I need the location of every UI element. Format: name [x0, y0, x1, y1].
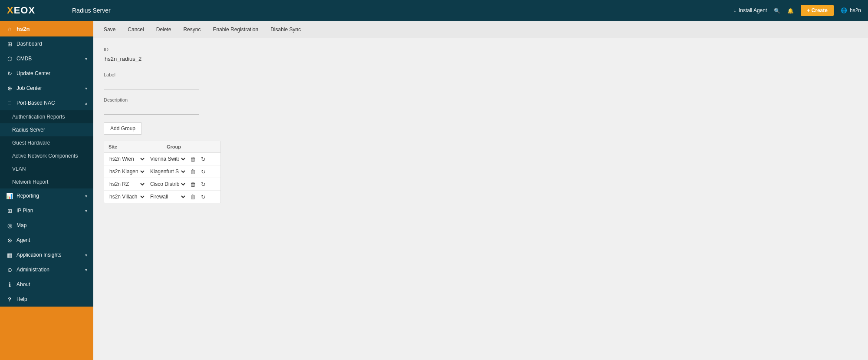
group-select-2[interactable]: Klagenfurt Switches [148, 167, 187, 176]
group-select-1[interactable]: Vienna Switch [148, 155, 187, 163]
refresh-icon: ↻ [201, 181, 206, 188]
sidebar-item-appinsights[interactable]: ▦ Application Insights ▾ [0, 248, 93, 262]
cancel-button[interactable]: Cancel [122, 23, 150, 36]
refresh-row-4-button[interactable]: ↻ [199, 193, 207, 201]
search-button[interactable] [774, 7, 780, 14]
jobcenter-icon: ⊕ [6, 85, 13, 92]
logo: XEOX [7, 5, 63, 16]
refresh-icon: ↻ [201, 156, 206, 162]
sidebar-item-nac[interactable]: □ Port-Based NAC ▴ [0, 96, 93, 110]
save-button[interactable]: Save [98, 23, 122, 36]
home-icon [6, 25, 13, 32]
label-label: Label [104, 72, 858, 77]
org-button[interactable]: hs2n [841, 7, 861, 13]
sidebar-item-reporting[interactable]: 📊 Reporting ▾ [0, 188, 93, 203]
sidebar-label-ipplan: IP Plan [16, 208, 33, 214]
delete-row-3-button[interactable]: 🗑 [188, 180, 197, 188]
sidebar-sub-network-report[interactable]: Network Report [0, 175, 93, 188]
resync-button[interactable]: Resync [177, 23, 207, 36]
group-select-3[interactable]: Cisco Distribution [148, 180, 187, 188]
create-button[interactable]: + Create [801, 5, 834, 16]
enable-registration-button[interactable]: Enable Registration [207, 23, 264, 36]
site-select-1[interactable]: hs2n Wien hs2n Klagenfurt hs2n RZ hs2n V… [107, 155, 146, 163]
delete-row-1-button[interactable]: 🗑 [188, 155, 197, 163]
sidebar-label-appinsights: Application Insights [16, 252, 61, 258]
sidebar-sub-label-auth: Authentication Reports [12, 114, 65, 120]
appinsights-chevron: ▾ [85, 253, 87, 258]
site-select-3[interactable]: hs2n RZ hs2n Wien hs2n Klagenfurt hs2n V… [107, 180, 146, 188]
id-field: ID [104, 47, 858, 64]
delete-row-2-button[interactable]: 🗑 [188, 168, 197, 176]
disable-sync-button[interactable]: Disable Sync [264, 23, 307, 36]
sidebar-item-ipplan[interactable]: ⊞ IP Plan ▾ [0, 203, 93, 218]
site-select-4[interactable]: hs2n Villach hs2n Wien hs2n Klagenfurt h… [107, 192, 146, 201]
table-row: hs2n Wien hs2n Klagenfurt hs2n RZ hs2n V… [104, 153, 220, 165]
notifications-button[interactable] [787, 7, 794, 14]
sidebar-item-agent[interactable]: ⊗ Agent [0, 233, 93, 248]
refresh-icon: ↻ [201, 194, 206, 200]
cmdb-chevron: ▾ [85, 56, 87, 61]
site-column-header: Site [104, 141, 162, 152]
about-icon: ℹ [6, 281, 13, 288]
delete-row-4-button[interactable]: 🗑 [188, 193, 197, 201]
sidebar-label-dashboard: Dashboard [16, 41, 42, 47]
logo-x: X [7, 5, 14, 16]
download-icon [733, 7, 736, 13]
main-content: Save Cancel Delete Resync Enable Registr… [93, 21, 868, 360]
id-label: ID [104, 47, 858, 52]
install-agent-button[interactable]: Install Agent [733, 7, 767, 13]
sidebar-sub-radius-server[interactable]: Radius Server [0, 123, 93, 136]
table-row: hs2n RZ hs2n Wien hs2n Klagenfurt hs2n V… [104, 178, 220, 191]
agent-icon: ⊗ [6, 237, 13, 244]
sidebar-sub-guest-hardware[interactable]: Guest Hardware [0, 136, 93, 149]
toolbar: Save Cancel Delete Resync Enable Registr… [93, 21, 868, 38]
layout: hs2n ⊞ Dashboard ⬡ CMDB ▾ ↻ Update Cente… [0, 21, 868, 360]
site-group-table: Site Group hs2n Wien hs2n Klagenfurt hs2… [104, 141, 221, 203]
delete-button[interactable]: Delete [150, 23, 178, 36]
add-group-button[interactable]: Add Group [104, 122, 142, 135]
label-input[interactable] [104, 79, 199, 89]
jobcenter-chevron: ▾ [85, 86, 87, 91]
sidebar-label-cmdb: CMDB [16, 56, 32, 62]
update-icon: ↻ [6, 70, 13, 77]
id-input[interactable] [104, 54, 199, 64]
sidebar-sub-auth-reports[interactable]: Authentication Reports [0, 110, 93, 123]
refresh-row-2-button[interactable]: ↻ [199, 168, 207, 176]
description-input[interactable] [104, 104, 199, 115]
sg-table-header: Site Group [104, 141, 220, 153]
sidebar: hs2n ⊞ Dashboard ⬡ CMDB ▾ ↻ Update Cente… [0, 21, 93, 360]
sidebar-label-about: About [16, 281, 30, 287]
sidebar-sub-label-netreport: Network Report [12, 179, 48, 185]
sidebar-home[interactable]: hs2n [0, 21, 93, 36]
table-row: hs2n Villach hs2n Wien hs2n Klagenfurt h… [104, 191, 220, 203]
cmdb-icon: ⬡ [6, 55, 13, 62]
dashboard-icon: ⊞ [6, 40, 13, 47]
refresh-row-1-button[interactable]: ↻ [199, 155, 207, 163]
sidebar-sub-vlan[interactable]: VLAN [0, 162, 93, 175]
group-select-4[interactable]: Firewall [148, 192, 187, 201]
sidebar-item-help[interactable]: ? Help [0, 292, 93, 307]
sidebar-item-update-center[interactable]: ↻ Update Center [0, 66, 93, 81]
refresh-row-3-button[interactable]: ↻ [199, 180, 207, 188]
sidebar-item-job-center[interactable]: ⊕ Job Center ▾ [0, 81, 93, 96]
trash-icon: 🗑 [190, 194, 196, 200]
sidebar-sub-label-guest: Guest Hardware [12, 140, 50, 146]
ipplan-icon: ⊞ [6, 207, 13, 214]
site-select-2[interactable]: hs2n Klagenfurt hs2n Wien hs2n RZ hs2n V… [107, 167, 146, 176]
trash-icon: 🗑 [190, 156, 196, 162]
sidebar-sub-active-network[interactable]: Active Network Components [0, 149, 93, 162]
sidebar-item-dashboard[interactable]: ⊞ Dashboard [0, 36, 93, 51]
admin-chevron: ▾ [85, 268, 87, 272]
sidebar-item-about[interactable]: ℹ About [0, 277, 93, 292]
sidebar-item-cmdb[interactable]: ⬡ CMDB ▾ [0, 51, 93, 66]
nac-icon: □ [6, 99, 13, 106]
sidebar-item-map[interactable]: ◎ Map [0, 218, 93, 233]
reporting-icon: 📊 [6, 192, 13, 199]
table-row: hs2n Klagenfurt hs2n Wien hs2n RZ hs2n V… [104, 165, 220, 178]
sidebar-home-label: hs2n [16, 26, 30, 32]
sidebar-label-jobcenter: Job Center [16, 85, 42, 91]
top-header: XEOX Radius Server Install Agent + Creat… [0, 0, 868, 21]
sidebar-label-help: Help [16, 296, 27, 302]
search-icon [774, 7, 780, 14]
sidebar-item-administration[interactable]: ⊙ Administration ▾ [0, 262, 93, 277]
